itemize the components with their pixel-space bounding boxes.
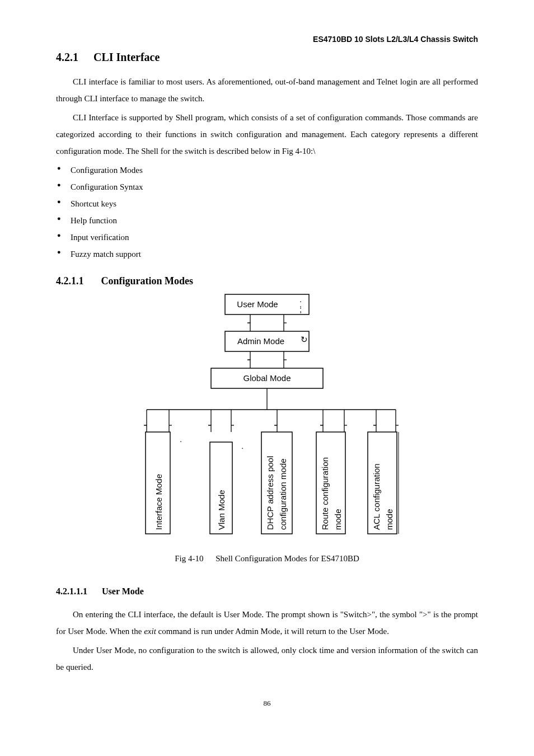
paragraph-intro-2: CLI Interface is supported by Shell prog… (56, 109, 478, 159)
diagram-config-modes: User Mode . . ; Admin Mode ↻ Global Mode (121, 292, 413, 542)
heading-title: Configuration Modes (101, 275, 194, 287)
list-item: Configuration Modes (56, 162, 478, 179)
heading-number: 4.2.1 (56, 49, 91, 65)
figure-number: Fig 4-10 (175, 552, 203, 565)
diagram-leaf-interface-mode: Interface Mode (154, 474, 163, 530)
diagram-leaf-route-line2: mode (333, 509, 343, 530)
diagram-admin-mode: Admin Mode (237, 336, 284, 346)
heading-number: 4.2.1.1.1 (56, 585, 100, 598)
paragraph-usermode-2: Under User Mode, no configuration to the… (56, 642, 478, 675)
heading-4-2-1-1-1: 4.2.1.1.1 User Mode (56, 585, 478, 598)
paragraph-intro-1: CLI interface is familiar to most users.… (56, 73, 478, 107)
heading-title: User Mode (102, 586, 144, 596)
list-item: Shortcut keys (56, 195, 478, 212)
diagram-leaf-acl-line2: mode (385, 509, 394, 530)
heading-title: CLI Interface (93, 51, 160, 63)
diagram-global-mode: Global Mode (243, 373, 291, 383)
heading-number: 4.2.1.1 (56, 274, 99, 289)
running-header: ES4710BD 10 Slots L2/L3/L4 Chassis Switc… (56, 34, 478, 45)
svg-text:↻: ↻ (301, 335, 308, 344)
heading-4-2-1-1: 4.2.1.1 Configuration Modes (56, 274, 478, 289)
diagram-leaf-dhcp-line2: configuration mode (278, 458, 288, 530)
exit-command: exit (144, 627, 156, 636)
page-number: 86 (56, 698, 478, 709)
svg-text:.: . (180, 434, 182, 444)
features-list: Configuration Modes Configuration Syntax… (56, 162, 478, 262)
list-item: Configuration Syntax (56, 179, 478, 195)
paragraph-usermode-1: On entering the CLI interface, the defau… (56, 606, 478, 640)
svg-text:;: ; (299, 304, 302, 314)
diagram-leaf-route-line1: Route configuration (320, 457, 330, 530)
svg-text:.: . (241, 441, 243, 450)
diagram-leaf-dhcp-line1: DHCP address pool (265, 456, 275, 530)
figure-title: Shell Configuration Modes for ES4710BD (216, 554, 359, 563)
diagram-leaf-vlan-mode: Vlan Mode (217, 490, 226, 530)
heading-4-2-1: 4.2.1 CLI Interface (56, 49, 478, 65)
list-item: Fuzzy match support (56, 246, 478, 262)
figure-caption: Fig 4-10 Shell Configuration Modes for E… (56, 552, 478, 565)
list-item: Help function (56, 212, 478, 229)
diagram-user-mode: User Mode (237, 299, 278, 309)
diagram-leaf-acl-line1: ACL configuration (372, 463, 381, 530)
list-item: Input verification (56, 229, 478, 246)
